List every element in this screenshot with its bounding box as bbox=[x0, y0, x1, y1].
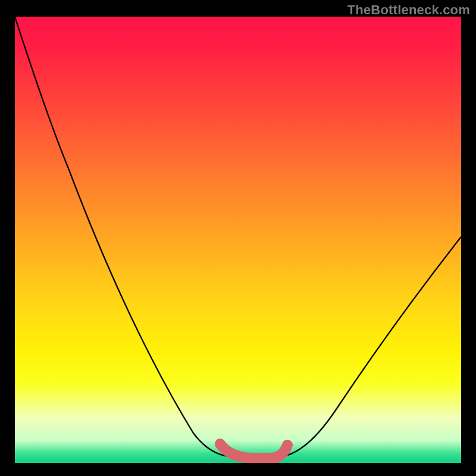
valley-highlight bbox=[220, 444, 287, 458]
curve-right bbox=[280, 237, 461, 457]
curve-left bbox=[15, 17, 235, 457]
watermark-text: TheBottleneck.com bbox=[347, 2, 470, 18]
curve-layer bbox=[15, 17, 461, 463]
plot-area bbox=[15, 17, 461, 463]
chart-frame: TheBottleneck.com bbox=[0, 0, 476, 476]
